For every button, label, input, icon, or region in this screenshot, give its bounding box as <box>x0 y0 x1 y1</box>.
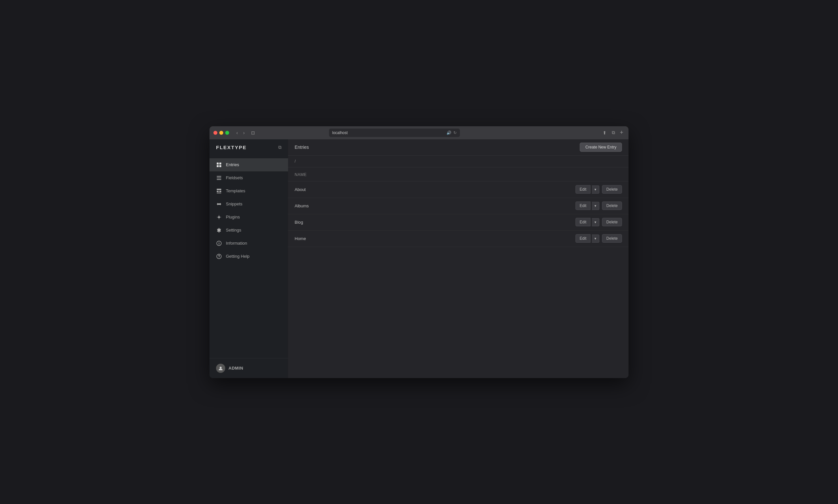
breadcrumb: / <box>295 159 296 164</box>
forward-button[interactable]: › <box>241 129 247 136</box>
table-row: About Edit ▾ Delete <box>288 181 629 198</box>
svg-rect-8 <box>217 191 219 192</box>
snippets-icon <box>216 201 222 207</box>
external-link-icon[interactable]: ⧉ <box>278 145 281 150</box>
sidebar-item-getting-help[interactable]: Getting Help <box>209 250 288 263</box>
main-content: Entries Create New Entry / Name About Ed… <box>288 139 629 378</box>
edit-dropdown-button[interactable]: ▾ <box>592 218 599 226</box>
minimize-button[interactable] <box>219 131 223 135</box>
row-name: Home <box>295 236 575 241</box>
table-header: Name <box>288 167 629 181</box>
user-avatar <box>216 364 225 373</box>
delete-button[interactable]: Delete <box>602 201 622 210</box>
svg-rect-13 <box>219 243 219 245</box>
snippets-label: Snippets <box>226 201 243 206</box>
row-name: About <box>295 187 575 192</box>
entries-icon <box>216 162 222 168</box>
svg-point-17 <box>220 367 222 368</box>
row-actions: Edit ▾ Delete <box>575 201 622 210</box>
getting-help-icon <box>216 253 222 259</box>
svg-rect-9 <box>219 191 221 192</box>
row-name: Blog <box>295 220 575 225</box>
table-row: Albums Edit ▾ Delete <box>288 198 629 214</box>
edit-button[interactable]: Edit <box>575 201 591 210</box>
settings-icon <box>216 227 222 233</box>
maximize-button[interactable] <box>225 131 229 135</box>
address-bar: localhost 🔊 ↻ <box>329 128 460 137</box>
edit-button[interactable]: Edit <box>575 234 591 243</box>
refresh-icon[interactable]: ↻ <box>453 130 457 135</box>
information-label: Information <box>226 241 247 246</box>
svg-rect-10 <box>217 193 221 193</box>
getting-help-label: Getting Help <box>226 254 249 259</box>
browser-chrome: ‹ › ⊡ localhost 🔊 ↻ ⬆ ⧉ + <box>209 126 629 139</box>
row-actions: Edit ▾ Delete <box>575 185 622 194</box>
sidebar-header: FLEXTYPE ⧉ <box>209 139 288 156</box>
edit-dropdown-button[interactable]: ▾ <box>592 185 599 194</box>
page-title: Entries <box>295 145 580 150</box>
url-text: localhost <box>332 130 348 135</box>
sidebar-item-entries[interactable]: Entries <box>209 158 288 172</box>
svg-rect-3 <box>219 165 221 167</box>
new-window-button[interactable]: ⧉ <box>610 129 617 136</box>
svg-point-11 <box>218 216 220 218</box>
row-actions: Edit ▾ Delete <box>575 234 622 243</box>
templates-label: Templates <box>226 188 245 193</box>
delete-button[interactable]: Delete <box>602 234 622 243</box>
sidebar-item-information[interactable]: Information <box>209 237 288 250</box>
edit-dropdown-button[interactable]: ▾ <box>592 234 599 243</box>
svg-rect-4 <box>217 176 221 177</box>
table-row: Home Edit ▾ Delete <box>288 231 629 247</box>
row-name: Albums <box>295 203 575 208</box>
fieldsets-label: Fieldsets <box>226 175 243 180</box>
breadcrumb-bar: / <box>288 156 629 167</box>
svg-rect-7 <box>217 189 221 190</box>
main-header: Entries Create New Entry <box>288 139 629 156</box>
plugins-icon <box>216 214 222 220</box>
entries-label: Entries <box>226 162 239 167</box>
sidebar: FLEXTYPE ⧉ Entries <box>209 139 288 378</box>
browser-window: ‹ › ⊡ localhost 🔊 ↻ ⬆ ⧉ + FLEXTYPE ⧉ <box>209 126 629 378</box>
fieldsets-icon <box>216 175 222 181</box>
plugins-label: Plugins <box>226 215 240 219</box>
edit-button[interactable]: Edit <box>575 185 591 194</box>
delete-button[interactable]: Delete <box>602 218 622 226</box>
sidebar-nav: Entries Fieldsets <box>209 156 288 358</box>
sidebar-footer: ADMIN <box>209 358 288 378</box>
row-actions: Edit ▾ Delete <box>575 218 622 226</box>
svg-rect-0 <box>217 163 219 164</box>
audio-icon: 🔊 <box>447 130 451 135</box>
sidebar-item-snippets[interactable]: Snippets <box>209 198 288 211</box>
templates-icon <box>216 188 222 194</box>
share-button[interactable]: ⬆ <box>601 129 609 136</box>
new-tab-button[interactable]: + <box>618 129 625 136</box>
table-row: Blog Edit ▾ Delete <box>288 214 629 231</box>
svg-rect-5 <box>217 178 221 178</box>
app-content: FLEXTYPE ⧉ Entries <box>209 139 629 378</box>
column-name-header: Name <box>295 173 307 177</box>
information-icon <box>216 240 222 246</box>
sidebar-item-plugins[interactable]: Plugins <box>209 211 288 224</box>
settings-label: Settings <box>226 228 241 233</box>
svg-rect-2 <box>217 165 219 167</box>
browser-nav: ‹ › <box>234 129 246 136</box>
address-icons: 🔊 ↻ <box>447 130 457 135</box>
sidebar-item-templates[interactable]: Templates <box>209 184 288 198</box>
traffic-lights <box>213 131 229 135</box>
create-new-entry-button[interactable]: Create New Entry <box>580 143 622 152</box>
close-button[interactable] <box>213 131 217 135</box>
sidebar-item-fieldsets[interactable]: Fieldsets <box>209 172 288 184</box>
sidebar-toggle-button[interactable]: ⊡ <box>249 129 257 136</box>
user-name: ADMIN <box>228 366 243 371</box>
edit-button[interactable]: Edit <box>575 218 591 226</box>
delete-button[interactable]: Delete <box>602 185 622 194</box>
app-logo: FLEXTYPE <box>216 145 247 150</box>
browser-actions: ⬆ ⧉ + <box>601 129 625 136</box>
edit-dropdown-button[interactable]: ▾ <box>592 202 599 210</box>
svg-rect-6 <box>217 179 221 180</box>
table-container: Name About Edit ▾ Delete Albums Edit <box>288 167 629 378</box>
svg-rect-1 <box>219 163 221 164</box>
back-button[interactable]: ‹ <box>234 129 240 136</box>
user-info[interactable]: ADMIN <box>216 364 281 373</box>
sidebar-item-settings[interactable]: Settings <box>209 224 288 237</box>
